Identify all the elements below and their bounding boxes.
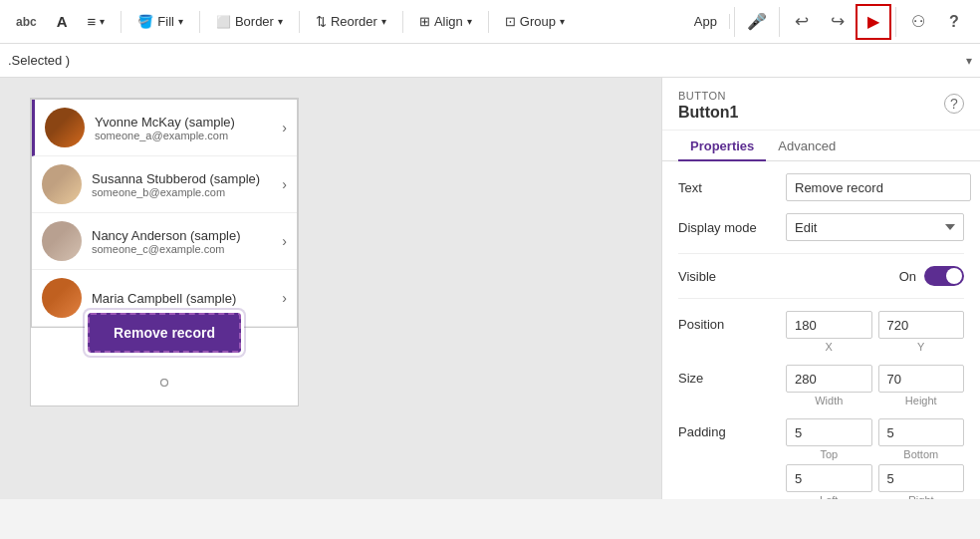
help-button[interactable]: ? — [936, 4, 972, 40]
formula-input[interactable] — [8, 53, 966, 68]
padding-top-bottom: Top Bottom — [786, 418, 964, 460]
padding-top-input[interactable] — [786, 418, 872, 446]
remove-record-button[interactable]: Remove record — [88, 313, 241, 353]
avatar-2 — [42, 221, 82, 261]
topbar-divider — [734, 7, 735, 37]
toolbar-font[interactable]: A — [49, 9, 76, 34]
visible-on-text: On — [899, 269, 916, 284]
play-button[interactable]: ▶ — [856, 4, 891, 40]
chevron-icon-2: › — [282, 233, 287, 249]
pos-x-input[interactable] — [786, 311, 872, 339]
prop-text-input[interactable] — [786, 173, 971, 201]
prop-divider-1 — [678, 253, 964, 254]
redo-icon: ↪ — [831, 11, 845, 32]
pos-x-label: X — [786, 341, 872, 353]
avatar-3 — [42, 278, 82, 318]
help-icon: ? — [949, 13, 959, 31]
position-grid: X Y — [786, 311, 964, 353]
padding-top-wrap: Top — [786, 418, 872, 460]
topbar-divider3 — [895, 7, 896, 37]
prop-size-row: Size Width Height — [678, 365, 964, 406]
app-label: App — [682, 14, 730, 29]
mic-icon: 🎤 — [747, 12, 767, 31]
padding-right-input[interactable] — [878, 464, 965, 492]
align-label: Align — [434, 14, 463, 29]
contact-item-1[interactable]: Susanna Stubberod (sample) someone_b@exa… — [32, 156, 297, 213]
toolbar-border[interactable]: ⬜ Border ▾ — [208, 10, 291, 33]
chevron-icon-1: › — [282, 176, 287, 192]
divider-5 — [488, 11, 489, 33]
size-height-input[interactable] — [878, 365, 965, 393]
align-caret: ▾ — [467, 16, 472, 27]
panel-tabs: Properties Advanced — [662, 131, 980, 161]
contact-email-2: someone_c@example.com — [92, 243, 282, 255]
handle-br — [160, 379, 168, 387]
padding-left-input[interactable] — [786, 464, 872, 492]
reorder-label: Reorder — [331, 14, 377, 29]
divider-4 — [402, 11, 403, 33]
avatar-0 — [45, 108, 85, 147]
padding-left-label: Left — [786, 494, 872, 499]
prop-display-mode-select[interactable]: Edit View Disabled — [786, 213, 964, 241]
toolbar-reorder[interactable]: ⇅ Reorder ▾ — [308, 10, 394, 33]
redo-button[interactable]: ↪ — [820, 4, 856, 40]
toolbar-abc[interactable]: abc — [8, 11, 45, 33]
contact-item-2[interactable]: Nancy Anderson (sample) someone_c@exampl… — [32, 213, 297, 270]
padding-right-wrap: Right — [878, 464, 965, 499]
size-height-label: Height — [878, 395, 965, 406]
contact-info-1: Susanna Stubberod (sample) someone_b@exa… — [92, 171, 282, 198]
play-icon: ▶ — [867, 12, 879, 31]
profile-button[interactable]: ⚇ — [900, 4, 936, 40]
visible-toggle[interactable] — [924, 266, 964, 286]
pos-y-label: Y — [878, 341, 965, 353]
tab-properties[interactable]: Properties — [678, 131, 766, 161]
padding-bottom-label: Bottom — [878, 448, 965, 460]
contact-name-2: Nancy Anderson (sample) — [92, 228, 282, 243]
border-caret: ▾ — [278, 16, 283, 27]
contact-name-0: Yvonne McKay (sample) — [95, 115, 282, 130]
prop-divider-2 — [678, 298, 964, 299]
tab-advanced[interactable]: Advanced — [766, 131, 848, 161]
contact-list: Yvonne McKay (sample) someone_a@example.… — [31, 99, 298, 328]
toolbar-fill[interactable]: 🪣 Fill ▾ — [129, 10, 191, 33]
border-icon: ⬜ — [216, 15, 231, 29]
padding-bottom-input[interactable] — [878, 418, 965, 446]
group-icon: ⊡ — [505, 14, 516, 29]
panel-name: Button1 — [678, 104, 964, 122]
right-panel: BUTTON Button1 ? Properties Advanced Tex… — [661, 78, 980, 499]
divider-1 — [121, 11, 122, 33]
size-width-wrap: Width — [786, 365, 872, 406]
fill-caret: ▾ — [178, 16, 183, 27]
formula-expand-icon[interactable]: ▾ — [966, 54, 972, 68]
canvas: Yvonne McKay (sample) someone_a@example.… — [0, 78, 661, 499]
padding-right-label: Right — [878, 494, 965, 499]
topbar-divider2 — [779, 7, 780, 37]
size-width-input[interactable] — [786, 365, 872, 393]
border-label: Border — [235, 14, 274, 29]
contact-info-2: Nancy Anderson (sample) someone_c@exampl… — [92, 228, 282, 255]
padding-top-label: Top — [786, 448, 872, 460]
contact-email-1: someone_b@example.com — [92, 186, 282, 198]
contact-item-0[interactable]: Yvonne McKay (sample) someone_a@example.… — [32, 100, 297, 156]
size-grid: Width Height — [786, 365, 964, 406]
prop-display-mode-label: Display mode — [678, 220, 778, 235]
pos-y-wrap: Y — [878, 311, 965, 353]
toolbar-align[interactable]: ⊞ Align ▾ — [411, 10, 480, 33]
undo-button[interactable]: ↩ — [784, 4, 820, 40]
toolbar-group[interactable]: ⊡ Group ▾ — [497, 10, 573, 33]
toggle-thumb — [946, 268, 962, 284]
reorder-icon: ⇅ — [316, 14, 327, 29]
prop-text-row: Text — [678, 173, 964, 201]
contact-info-3: Maria Campbell (sample) — [92, 291, 282, 306]
panel-header: BUTTON Button1 ? — [662, 78, 980, 131]
mic-button[interactable]: 🎤 — [739, 4, 775, 40]
contact-name-3: Maria Campbell (sample) — [92, 291, 282, 306]
toolbar-text-align[interactable]: ≡ ▾ — [80, 9, 114, 34]
panel-help-icon[interactable]: ? — [944, 94, 964, 114]
topbar-right: App 🎤 ↩ ↪ ▶ ⚇ ? — [682, 4, 972, 40]
prop-padding-row: Padding Top Bottom — [678, 418, 964, 499]
prop-visible-label: Visible — [678, 269, 778, 284]
pos-y-input[interactable] — [878, 311, 965, 339]
undo-icon: ↩ — [795, 11, 809, 32]
size-height-wrap: Height — [878, 365, 965, 406]
